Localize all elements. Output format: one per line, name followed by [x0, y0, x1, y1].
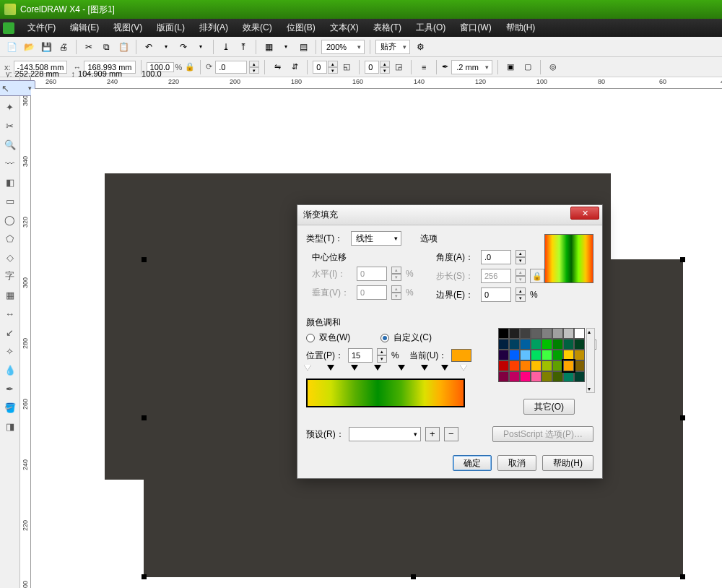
color-swatch[interactable] [509, 328, 520, 339]
paste-icon[interactable]: 📋 [116, 40, 131, 54]
gradient-stop[interactable] [398, 365, 405, 371]
gradient-stop[interactable] [304, 365, 311, 371]
export-icon[interactable]: ⤒ [236, 40, 251, 54]
redo-drop-icon[interactable]: ▾ [193, 40, 208, 54]
help-button[interactable]: 帮助(H) [542, 455, 593, 471]
color-swatch[interactable] [552, 339, 563, 350]
appstart-drop-icon[interactable]: ▾ [279, 40, 293, 54]
color-swatch[interactable] [542, 328, 552, 339]
undo-drop-icon[interactable]: ▾ [159, 40, 173, 54]
menu-arrange[interactable]: 排列(A) [192, 20, 235, 36]
rotate-spin[interactable]: ▴▾ [249, 61, 259, 74]
color-swatch[interactable] [574, 350, 585, 360]
ellipse-tool-icon[interactable]: ◯ [2, 212, 18, 228]
wrap-icon[interactable]: ≡ [417, 60, 431, 74]
angle-spin[interactable]: ▴▾ [516, 250, 526, 264]
menu-text[interactable]: 文本(X) [323, 20, 366, 36]
undo-icon[interactable]: ↶ [142, 40, 156, 54]
color-swatch[interactable] [574, 371, 585, 382]
preset-remove-button[interactable]: − [444, 427, 458, 441]
fill-tool-icon[interactable]: 🪣 [2, 399, 18, 415]
close-button[interactable]: ✕ [570, 207, 599, 220]
import-icon[interactable]: ⤓ [219, 40, 233, 54]
effects-tool-icon[interactable]: ✧ [2, 343, 18, 359]
tofront-icon[interactable]: ▣ [503, 60, 518, 74]
selection-handle[interactable] [142, 257, 147, 262]
outline-width-combo[interactable]: .2 mm [451, 60, 492, 74]
polygon-tool-icon[interactable]: ⬠ [2, 230, 18, 246]
gradient-stop[interactable] [374, 365, 381, 371]
color-swatch[interactable] [552, 371, 563, 382]
gradient-rail[interactable] [308, 367, 464, 374]
interactive-fill-tool-icon[interactable]: ◨ [2, 418, 18, 434]
dialog-title[interactable]: 渐变填充 [297, 205, 602, 225]
color-swatch[interactable] [563, 350, 574, 360]
mirror-v-icon[interactable]: ⇵ [287, 60, 302, 74]
position-spin[interactable]: ▴▾ [377, 348, 387, 363]
redo-icon[interactable]: ↷ [176, 40, 191, 54]
table-tool-icon[interactable]: ▦ [2, 287, 18, 303]
preset-add-button[interactable]: + [425, 427, 440, 441]
color-swatch[interactable] [542, 371, 552, 382]
color-swatch[interactable] [552, 350, 563, 360]
welcome-icon[interactable]: ▤ [296, 40, 310, 54]
color-swatch[interactable] [574, 328, 585, 339]
cancel-button[interactable]: 取消 [497, 455, 536, 471]
selection-handle[interactable] [142, 574, 147, 579]
menu-table[interactable]: 表格(T) [366, 20, 409, 36]
color-swatch[interactable] [509, 350, 520, 360]
gradient-stop[interactable] [460, 365, 467, 371]
pick-tool-icon[interactable]: ↖ [0, 80, 35, 96]
basicshapes-tool-icon[interactable]: ◇ [2, 249, 18, 265]
toback-icon[interactable]: ▢ [521, 60, 535, 74]
color-swatch[interactable] [509, 360, 520, 371]
selection-handle[interactable] [680, 257, 685, 262]
zoom-tool-icon[interactable]: 🔍 [2, 137, 18, 152]
selection-handle[interactable] [411, 574, 416, 579]
open-icon[interactable]: 📂 [22, 40, 36, 54]
color-swatch[interactable] [498, 328, 509, 339]
color-swatch[interactable] [563, 360, 574, 371]
mirror-h-icon[interactable]: ⇋ [270, 60, 284, 74]
lock-ratio-icon[interactable]: 🔒 [185, 62, 195, 72]
zoom-combo[interactable]: 200% [321, 40, 365, 54]
palette-scrollbar[interactable] [586, 328, 595, 393]
color-swatch[interactable] [531, 339, 542, 350]
color-swatch[interactable] [498, 360, 509, 371]
corner2-icon[interactable]: ◲ [391, 60, 406, 74]
shape-tool-icon[interactable]: ✦ [2, 99, 18, 115]
menu-edit[interactable]: 编辑(E) [63, 20, 106, 36]
gradient-stop[interactable] [327, 365, 334, 371]
cut-icon[interactable]: ✂ [82, 40, 96, 54]
convert-icon[interactable]: ◎ [546, 60, 560, 74]
menu-bitmap[interactable]: 位图(B) [279, 20, 323, 36]
color-swatch[interactable] [531, 371, 542, 382]
gradient-stop[interactable] [441, 365, 448, 371]
freehand-tool-icon[interactable]: 〰 [2, 155, 18, 171]
angle-field[interactable]: .0 [481, 250, 511, 264]
corner-icon[interactable]: ◱ [339, 60, 354, 74]
menu-effects[interactable]: 效果(C) [235, 20, 279, 36]
custom-radio[interactable] [380, 334, 389, 342]
color-swatch[interactable] [552, 360, 563, 371]
menu-help[interactable]: 帮助(H) [499, 20, 543, 36]
twocolor-radio[interactable] [306, 334, 315, 342]
print-icon[interactable]: 🖨 [56, 40, 71, 54]
appstart-icon[interactable]: ▦ [261, 40, 276, 54]
dupy-spin[interactable]: ▴▾ [380, 61, 390, 74]
color-swatch[interactable] [520, 350, 531, 360]
color-swatch[interactable] [520, 339, 531, 350]
menu-view[interactable]: 视图(V) [106, 20, 149, 36]
color-swatch[interactable] [531, 328, 542, 339]
color-swatch[interactable] [520, 360, 531, 371]
color-swatch[interactable] [563, 328, 574, 339]
selection-handle[interactable] [680, 574, 685, 579]
options-icon[interactable]: ⚙ [413, 40, 427, 54]
step-lock-icon[interactable]: 🔒 [530, 269, 544, 283]
color-swatch[interactable] [563, 339, 574, 350]
color-swatch[interactable] [531, 360, 542, 371]
edge-field[interactable]: 0 [481, 287, 511, 302]
color-swatch[interactable] [574, 360, 585, 371]
menu-tools[interactable]: 工具(O) [409, 20, 453, 36]
rectangle-tool-icon[interactable]: ▭ [2, 193, 18, 209]
